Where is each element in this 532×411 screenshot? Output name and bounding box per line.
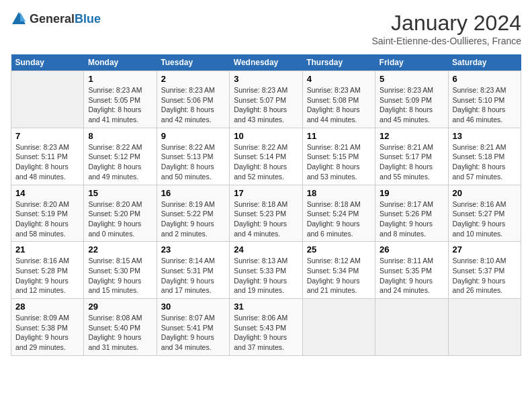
calendar-cell: 29Sunrise: 8:08 AMSunset: 5:40 PMDayligh… [84, 299, 157, 356]
day-info: Sunrise: 8:10 AMSunset: 5:37 PMDaylight:… [453, 256, 517, 295]
day-info: Sunrise: 8:21 AMSunset: 5:15 PMDaylight:… [307, 142, 371, 182]
day-number: 31 [234, 302, 298, 312]
page-header: GeneralBlue January 2024 Saint-Etienne-d… [11, 11, 521, 46]
day-info: Sunrise: 8:14 AMSunset: 5:31 PMDaylight:… [161, 256, 225, 295]
day-number: 9 [161, 131, 225, 141]
logo-icon [11, 11, 27, 27]
calendar-cell: 21Sunrise: 8:16 AMSunset: 5:28 PMDayligh… [11, 242, 84, 299]
day-info: Sunrise: 8:23 AMSunset: 5:09 PMDaylight:… [380, 85, 443, 125]
calendar-cell: 26Sunrise: 8:11 AMSunset: 5:35 PMDayligh… [375, 242, 448, 299]
col-header-wednesday: Wednesday [230, 54, 302, 71]
day-info: Sunrise: 8:07 AMSunset: 5:41 PMDaylight:… [161, 313, 225, 353]
day-number: 8 [88, 131, 152, 141]
calendar-cell: 3Sunrise: 8:23 AMSunset: 5:07 PMDaylight… [230, 71, 302, 128]
day-info: Sunrise: 8:16 AMSunset: 5:27 PMDaylight:… [453, 199, 517, 239]
day-number: 15 [88, 188, 152, 198]
day-number: 2 [161, 74, 225, 84]
day-number: 17 [234, 188, 298, 198]
day-info: Sunrise: 8:17 AMSunset: 5:26 PMDaylight:… [380, 199, 443, 239]
calendar-cell: 7Sunrise: 8:23 AMSunset: 5:11 PMDaylight… [11, 128, 84, 185]
calendar-cell: 24Sunrise: 8:13 AMSunset: 5:33 PMDayligh… [230, 242, 302, 299]
day-info: Sunrise: 8:16 AMSunset: 5:28 PMDaylight:… [15, 256, 79, 295]
logo-text-blue: Blue [75, 12, 101, 26]
day-info: Sunrise: 8:23 AMSunset: 5:05 PMDaylight:… [88, 85, 152, 125]
calendar-cell: 20Sunrise: 8:16 AMSunset: 5:27 PMDayligh… [448, 185, 521, 242]
calendar-cell: 1Sunrise: 8:23 AMSunset: 5:05 PMDaylight… [84, 71, 157, 128]
day-number: 1 [88, 74, 152, 84]
day-number: 28 [15, 302, 79, 312]
day-number: 11 [307, 131, 371, 141]
day-info: Sunrise: 8:11 AMSunset: 5:35 PMDaylight:… [380, 256, 443, 295]
calendar-cell: 31Sunrise: 8:06 AMSunset: 5:43 PMDayligh… [230, 299, 302, 356]
calendar-cell: 9Sunrise: 8:22 AMSunset: 5:13 PMDaylight… [157, 128, 229, 185]
day-number: 21 [15, 244, 79, 255]
day-number: 12 [380, 131, 443, 141]
day-number: 22 [88, 244, 152, 255]
logo: GeneralBlue [11, 11, 101, 27]
day-info: Sunrise: 8:08 AMSunset: 5:40 PMDaylight:… [88, 313, 152, 353]
calendar-cell [11, 71, 84, 128]
day-info: Sunrise: 8:23 AMSunset: 5:06 PMDaylight:… [161, 85, 225, 125]
day-number: 7 [15, 131, 79, 141]
calendar-cell: 13Sunrise: 8:21 AMSunset: 5:18 PMDayligh… [448, 128, 521, 185]
calendar-cell [375, 299, 448, 356]
day-info: Sunrise: 8:21 AMSunset: 5:18 PMDaylight:… [453, 142, 517, 182]
day-info: Sunrise: 8:23 AMSunset: 5:11 PMDaylight:… [15, 142, 79, 182]
calendar-cell: 2Sunrise: 8:23 AMSunset: 5:06 PMDaylight… [157, 71, 229, 128]
day-info: Sunrise: 8:23 AMSunset: 5:08 PMDaylight:… [307, 85, 371, 125]
calendar-header-row: SundayMondayTuesdayWednesdayThursdayFrid… [11, 54, 521, 71]
calendar-cell: 15Sunrise: 8:20 AMSunset: 5:20 PMDayligh… [84, 185, 157, 242]
calendar-cell: 8Sunrise: 8:22 AMSunset: 5:12 PMDaylight… [84, 128, 157, 185]
day-number: 18 [307, 188, 371, 198]
day-info: Sunrise: 8:06 AMSunset: 5:43 PMDaylight:… [234, 313, 298, 353]
day-number: 3 [234, 74, 298, 84]
col-header-monday: Monday [84, 54, 157, 71]
day-number: 4 [307, 74, 371, 84]
day-info: Sunrise: 8:23 AMSunset: 5:07 PMDaylight:… [234, 85, 298, 125]
calendar-cell: 6Sunrise: 8:23 AMSunset: 5:10 PMDaylight… [448, 71, 521, 128]
calendar-cell: 10Sunrise: 8:22 AMSunset: 5:14 PMDayligh… [230, 128, 302, 185]
col-header-saturday: Saturday [448, 54, 521, 71]
day-number: 27 [453, 244, 517, 255]
calendar-cell: 16Sunrise: 8:19 AMSunset: 5:22 PMDayligh… [157, 185, 229, 242]
calendar-cell: 25Sunrise: 8:12 AMSunset: 5:34 PMDayligh… [302, 242, 375, 299]
day-info: Sunrise: 8:21 AMSunset: 5:17 PMDaylight:… [380, 142, 443, 182]
day-info: Sunrise: 8:22 AMSunset: 5:13 PMDaylight:… [161, 142, 225, 182]
calendar-cell: 23Sunrise: 8:14 AMSunset: 5:31 PMDayligh… [157, 242, 229, 299]
day-number: 13 [453, 131, 517, 141]
col-header-sunday: Sunday [11, 54, 84, 71]
day-number: 16 [161, 188, 225, 198]
calendar-cell [448, 299, 521, 356]
day-number: 29 [88, 302, 152, 312]
day-info: Sunrise: 8:20 AMSunset: 5:20 PMDaylight:… [88, 199, 152, 239]
calendar-cell: 30Sunrise: 8:07 AMSunset: 5:41 PMDayligh… [157, 299, 229, 356]
calendar-week-row: 7Sunrise: 8:23 AMSunset: 5:11 PMDaylight… [11, 128, 521, 185]
col-header-thursday: Thursday [302, 54, 375, 71]
day-number: 23 [161, 244, 225, 255]
calendar-cell: 12Sunrise: 8:21 AMSunset: 5:17 PMDayligh… [375, 128, 448, 185]
calendar-week-row: 1Sunrise: 8:23 AMSunset: 5:05 PMDaylight… [11, 71, 521, 128]
col-header-friday: Friday [375, 54, 448, 71]
day-number: 6 [453, 74, 517, 84]
day-info: Sunrise: 8:20 AMSunset: 5:19 PMDaylight:… [15, 199, 79, 239]
calendar-week-row: 21Sunrise: 8:16 AMSunset: 5:28 PMDayligh… [11, 242, 521, 299]
calendar-cell: 28Sunrise: 8:09 AMSunset: 5:38 PMDayligh… [11, 299, 84, 356]
calendar-cell [302, 299, 375, 356]
calendar-cell: 18Sunrise: 8:18 AMSunset: 5:24 PMDayligh… [302, 185, 375, 242]
day-info: Sunrise: 8:15 AMSunset: 5:30 PMDaylight:… [88, 256, 152, 295]
day-number: 5 [380, 74, 443, 84]
title-block: January 2024 Saint-Etienne-des-Oullieres… [371, 11, 521, 46]
day-info: Sunrise: 8:22 AMSunset: 5:12 PMDaylight:… [88, 142, 152, 182]
calendar-week-row: 14Sunrise: 8:20 AMSunset: 5:19 PMDayligh… [11, 185, 521, 242]
location-title: Saint-Etienne-des-Oullieres, France [371, 36, 521, 46]
calendar-cell: 5Sunrise: 8:23 AMSunset: 5:09 PMDaylight… [375, 71, 448, 128]
day-number: 26 [380, 244, 443, 255]
calendar-table: SundayMondayTuesdayWednesdayThursdayFrid… [11, 54, 521, 356]
logo-text-general: General [30, 12, 75, 26]
calendar-cell: 4Sunrise: 8:23 AMSunset: 5:08 PMDaylight… [302, 71, 375, 128]
day-info: Sunrise: 8:18 AMSunset: 5:23 PMDaylight:… [234, 199, 298, 239]
day-number: 30 [161, 302, 225, 312]
day-number: 24 [234, 244, 298, 255]
day-info: Sunrise: 8:18 AMSunset: 5:24 PMDaylight:… [307, 199, 371, 239]
day-number: 19 [380, 188, 443, 198]
